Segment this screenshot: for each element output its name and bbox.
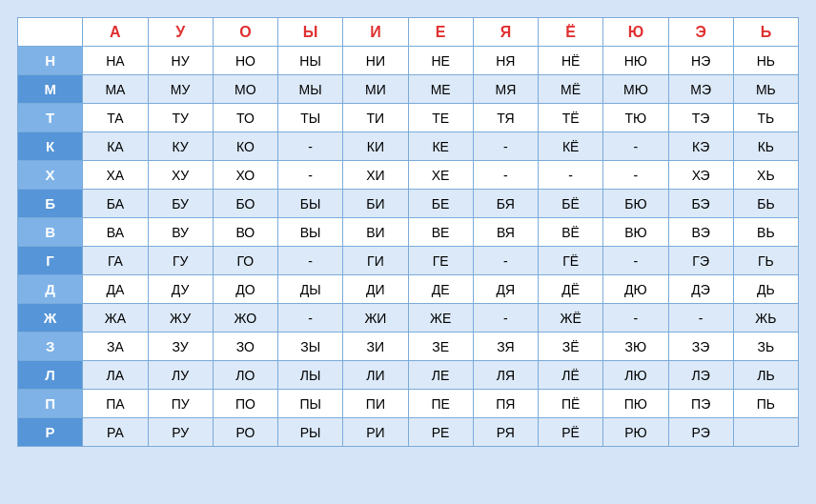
- syllable-cell: ВА: [83, 218, 148, 247]
- syllable-cell: ЗЮ: [603, 333, 668, 361]
- syllable-cell: ВЮ: [603, 218, 668, 247]
- syllable-cell: -: [603, 132, 668, 161]
- syllable-cell: БИ: [343, 190, 408, 218]
- syllable-cell: ДИ: [343, 275, 408, 304]
- syllable-cell: ДЫ: [278, 275, 343, 304]
- syllable-cell: БЬ: [733, 190, 798, 218]
- syllable-cell: ЖЬ: [733, 304, 798, 333]
- syllable-cell: ГЁ: [539, 247, 603, 275]
- syllable-cell: ДЮ: [603, 275, 668, 304]
- syllable-cell: ТУ: [148, 104, 213, 132]
- header-vowel-О: О: [213, 18, 277, 47]
- table-row: ХХАХУХО-ХИХЕ---ХЭХЬ: [18, 161, 799, 190]
- row-letter: Н: [18, 47, 83, 75]
- syllable-cell: БЁ: [539, 190, 603, 218]
- header-vowel-Е: Е: [408, 18, 473, 47]
- syllable-cell: НО: [213, 47, 277, 75]
- syllable-cell: -: [603, 161, 668, 190]
- syllable-cell: ХИ: [343, 161, 408, 190]
- syllable-cell: -: [603, 304, 668, 333]
- syllable-cell: ТЕ: [408, 104, 473, 132]
- syllable-cell: ЗИ: [343, 333, 408, 361]
- row-letter: Х: [18, 161, 83, 190]
- syllable-cell: ТЯ: [473, 104, 538, 132]
- syllable-cell: -: [668, 304, 733, 333]
- syllable-cell: РЮ: [603, 418, 668, 447]
- syllable-cell: МО: [213, 75, 277, 104]
- syllable-cell: ЛЯ: [473, 361, 538, 390]
- header-vowel-Ё: Ё: [539, 18, 603, 47]
- syllable-cell: ВЫ: [278, 218, 343, 247]
- syllable-cell: ЛА: [83, 361, 148, 390]
- table-row: ЗЗАЗУЗОЗЫЗИЗЕЗЯЗЁЗЮЗЭЗЬ: [18, 333, 799, 361]
- syllable-cell: ВЭ: [668, 218, 733, 247]
- table-row: ННАНУНОНЫНИНЕНЯНЁНЮНЭНЬ: [18, 47, 799, 75]
- syllable-cell: ТО: [213, 104, 277, 132]
- syllable-cell: -: [278, 247, 343, 275]
- syllable-cell: -: [473, 132, 538, 161]
- syllable-cell: КО: [213, 132, 277, 161]
- syllable-cell: МЫ: [278, 75, 343, 104]
- syllable-cell: ВЬ: [733, 218, 798, 247]
- syllable-cell: ВИ: [343, 218, 408, 247]
- syllable-cell: РУ: [148, 418, 213, 447]
- syllable-cell: ПА: [83, 390, 148, 418]
- syllable-cell: ДЯ: [473, 275, 538, 304]
- row-letter: З: [18, 333, 83, 361]
- syllable-cell: ТЬ: [733, 104, 798, 132]
- syllable-cell: -: [278, 161, 343, 190]
- header-vowel-Я: Я: [473, 18, 538, 47]
- syllable-cell: ЛЫ: [278, 361, 343, 390]
- syllable-cell: ДЬ: [733, 275, 798, 304]
- syllable-cell: ЖА: [83, 304, 148, 333]
- syllable-cell: ЛЕ: [408, 361, 473, 390]
- table-row: ТТАТУТОТЫТИТЕТЯТЁТЮТЭТЬ: [18, 104, 799, 132]
- row-letter: Ж: [18, 304, 83, 333]
- table-row: ММАМУМОМЫМИМЕМЯМЁМЮМЭМЬ: [18, 75, 799, 104]
- header-vowel-У: У: [148, 18, 213, 47]
- syllable-cell: РЭ: [668, 418, 733, 447]
- syllable-cell: ДО: [213, 275, 277, 304]
- syllable-cell: ЛИ: [343, 361, 408, 390]
- syllable-cell: МЬ: [733, 75, 798, 104]
- header-vowel-И: И: [343, 18, 408, 47]
- syllable-cell: ХЕ: [408, 161, 473, 190]
- syllable-cell: РЯ: [473, 418, 538, 447]
- syllable-table: АУОЫИЕЯЁЮЭЬ ННАНУНОНЫНИНЕНЯНЁНЮНЭНЬММАМУ…: [17, 17, 799, 447]
- table-row: ГГАГУГО-ГИГЕ-ГЁ-ГЭГЬ: [18, 247, 799, 275]
- syllable-cell: ЗЯ: [473, 333, 538, 361]
- syllable-cell: ПЕ: [408, 390, 473, 418]
- header-vowel-Э: Э: [668, 18, 733, 47]
- syllable-cell: ЗЁ: [539, 333, 603, 361]
- syllable-cell: КА: [83, 132, 148, 161]
- syllable-cell: ТЫ: [278, 104, 343, 132]
- syllable-cell: БУ: [148, 190, 213, 218]
- syllable-cell: ВЕ: [408, 218, 473, 247]
- syllable-cell: ХЭ: [668, 161, 733, 190]
- syllable-cell: ХЬ: [733, 161, 798, 190]
- syllable-cell: ЛУ: [148, 361, 213, 390]
- syllable-cell: ЗО: [213, 333, 277, 361]
- syllable-cell: БО: [213, 190, 277, 218]
- row-letter: Г: [18, 247, 83, 275]
- header-vowel-Ы: Ы: [278, 18, 343, 47]
- syllable-cell: ЗЬ: [733, 333, 798, 361]
- table-row: ЛЛАЛУЛОЛЫЛИЛЕЛЯЛЁЛЮЛЭЛЬ: [18, 361, 799, 390]
- syllable-cell: ГЭ: [668, 247, 733, 275]
- row-letter: Р: [18, 418, 83, 447]
- syllable-cell: НЮ: [603, 47, 668, 75]
- syllable-cell: ЗЫ: [278, 333, 343, 361]
- syllable-cell: -: [278, 132, 343, 161]
- syllable-cell: ЗЭ: [668, 333, 733, 361]
- syllable-cell: ПЯ: [473, 390, 538, 418]
- header-vowel-Ь: Ь: [733, 18, 798, 47]
- row-letter: Т: [18, 104, 83, 132]
- syllable-cell: НЁ: [539, 47, 603, 75]
- syllable-cell: ДА: [83, 275, 148, 304]
- syllable-cell: ЛЬ: [733, 361, 798, 390]
- syllable-cell: КЭ: [668, 132, 733, 161]
- syllable-cell: ЖЁ: [539, 304, 603, 333]
- row-letter: Б: [18, 190, 83, 218]
- syllable-cell: ТЭ: [668, 104, 733, 132]
- syllable-cell: ХА: [83, 161, 148, 190]
